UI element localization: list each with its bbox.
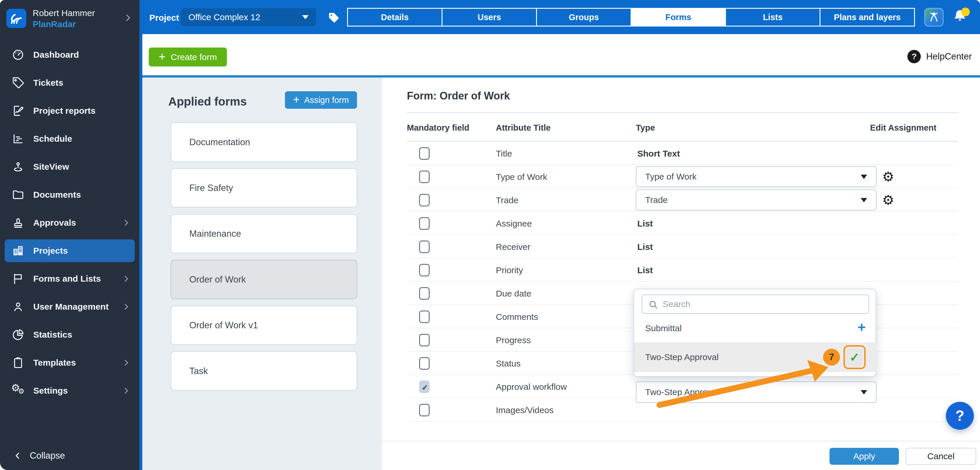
tab-details[interactable]: Details <box>347 8 442 27</box>
form-card-order-of-work-v1[interactable]: Order of Work v1 <box>171 306 357 345</box>
mandatory-checkbox[interactable] <box>419 147 430 160</box>
apply-button[interactable]: Apply <box>829 448 899 465</box>
mandatory-checkbox[interactable] <box>419 264 430 276</box>
plus-icon: + <box>159 51 165 62</box>
popup-search <box>642 294 869 314</box>
mandatory-checkbox[interactable] <box>419 171 430 183</box>
chevron-down-icon <box>861 175 867 179</box>
sidebar-item-statistics[interactable]: Statistics <box>0 321 139 349</box>
mandatory-checkbox[interactable] <box>419 194 430 206</box>
type-value: List <box>637 265 653 275</box>
project-label: Project <box>150 13 179 23</box>
mandatory-checkbox[interactable] <box>419 404 430 416</box>
table-row: Assignee List <box>407 212 958 235</box>
attribute-title: Assignee <box>496 219 532 229</box>
clipboard-icon <box>11 356 25 370</box>
cancel-button[interactable]: Cancel <box>905 448 976 465</box>
notifications-bell-icon[interactable] <box>952 8 970 27</box>
sidebar-item-settings[interactable]: ⚙⚙ Settings <box>0 377 139 405</box>
applied-forms-panel: Applied forms + Assign form Documentatio… <box>142 78 382 470</box>
create-form-button[interactable]: + Create form <box>149 48 227 67</box>
stamp-icon <box>11 216 25 230</box>
notification-dot <box>961 8 970 16</box>
assign-form-button[interactable]: + Assign form <box>285 91 357 109</box>
sidebar-item-label: SiteView <box>33 162 130 172</box>
pie-icon <box>11 328 25 342</box>
sidebar-item-dashboard[interactable]: Dashboard <box>0 41 139 69</box>
confirm-check-icon[interactable] <box>846 348 863 366</box>
type-select[interactable]: Type of Work <box>636 166 877 187</box>
dropdown-option-two-step-approval[interactable]: Two-Step Approval 7 <box>634 342 877 372</box>
form-card-documentation[interactable]: Documentation <box>171 122 357 162</box>
column-attribute-title: Attribute Title <box>496 123 550 133</box>
type-select[interactable]: Trade <box>636 189 877 211</box>
sidebar-item-projects[interactable]: Projects <box>5 240 135 262</box>
form-card-task[interactable]: Task <box>171 351 357 391</box>
connect-icon[interactable] <box>924 8 943 27</box>
tags-icon[interactable] <box>328 12 339 23</box>
applied-forms-list: Documentation Fire Safety Maintenance Or… <box>171 122 357 397</box>
approval-workflow-select[interactable]: Two-Step Approval <box>636 381 877 403</box>
tab-lists[interactable]: Lists <box>725 8 821 27</box>
tab-plans-and-layers[interactable]: Plans and layers <box>819 8 915 27</box>
tab-forms[interactable]: Forms <box>631 8 726 27</box>
sidebar-item-forms-and-lists[interactable]: Forms and Lists <box>0 265 139 293</box>
sidebar-item-label: Forms and Lists <box>33 274 122 284</box>
dropdown-option-submittal[interactable]: Submittal + <box>634 317 877 340</box>
sidebar-item-user-management[interactable]: User Management <box>0 293 139 321</box>
collapse-label: Collapse <box>30 451 65 461</box>
mandatory-checkbox[interactable] <box>419 217 430 230</box>
tab-users[interactable]: Users <box>442 8 537 27</box>
step-badge: 7 <box>823 349 840 366</box>
add-icon[interactable]: + <box>858 321 865 334</box>
sidebar-item-templates[interactable]: Templates <box>0 349 139 377</box>
project-dropdown[interactable]: Office Complex 12 <box>181 8 316 26</box>
forms-toolbar: + Create form ? HelpCenter <box>142 34 980 75</box>
sidebar-item-siteview[interactable]: SiteView <box>0 153 139 181</box>
form-card-maintenance[interactable]: Maintenance <box>171 214 357 253</box>
panel-footer: Apply Cancel <box>382 441 980 470</box>
form-card-fire-safety[interactable]: Fire Safety <box>171 168 357 208</box>
sidebar-item-approvals[interactable]: Approvals <box>0 209 139 237</box>
chevron-right-icon <box>122 386 130 395</box>
help-fab-button[interactable]: ? <box>946 402 974 430</box>
type-select-value: Trade <box>645 195 668 205</box>
gantt-icon <box>11 132 25 146</box>
gear-icon[interactable]: ⚙ <box>880 168 896 186</box>
form-card-order-of-work[interactable]: Order of Work <box>171 260 357 299</box>
sidebar-nav: Dashboard Tickets Project reports Schedu… <box>0 41 139 405</box>
sidebar-item-tickets[interactable]: Tickets <box>0 69 139 97</box>
mandatory-checkbox[interactable] <box>419 311 430 323</box>
chevron-right-icon <box>122 218 130 227</box>
flag-icon <box>11 272 25 286</box>
mandatory-checkbox[interactable] <box>419 357 430 370</box>
mandatory-checkbox[interactable] <box>419 334 430 346</box>
type-value: List <box>637 242 653 252</box>
mandatory-checkbox[interactable] <box>419 287 430 300</box>
chevron-down-icon <box>861 198 867 202</box>
user-profile[interactable]: Robert Hammer PlanRadar <box>0 0 139 38</box>
mandatory-checkbox-checked[interactable] <box>419 381 430 393</box>
planradar-logo <box>6 9 26 28</box>
form-detail-panel: Form: Order of Work Mandatory field Attr… <box>382 78 980 470</box>
sidebar-item-label: Documents <box>33 190 130 200</box>
type-value: List <box>637 219 653 229</box>
sidebar-item-schedule[interactable]: Schedule <box>0 125 139 153</box>
chevron-right-icon <box>123 13 133 23</box>
table-row: Trade Trade ⚙ <box>407 188 958 212</box>
gear-icon[interactable]: ⚙ <box>880 191 896 209</box>
sidebar-item-project-reports[interactable]: Project reports <box>0 97 139 125</box>
sidebar-item-label: Projects <box>33 246 130 256</box>
collapse-sidebar-button[interactable]: Collapse <box>0 446 139 466</box>
plus-icon: + <box>293 94 299 105</box>
tag-icon <box>11 76 25 90</box>
helpcenter-link[interactable]: ? HelpCenter <box>907 46 972 67</box>
attribute-title: Due date <box>496 289 531 299</box>
search-input[interactable] <box>663 295 867 313</box>
sidebar-item-label: Project reports <box>33 106 130 116</box>
mandatory-checkbox[interactable] <box>419 241 430 253</box>
project-topbar: Project Office Complex 12 Details Users … <box>142 0 980 34</box>
column-edit-assignment: Edit Assignment <box>870 123 937 133</box>
tab-groups[interactable]: Groups <box>536 8 632 27</box>
sidebar-item-documents[interactable]: Documents <box>0 181 139 209</box>
